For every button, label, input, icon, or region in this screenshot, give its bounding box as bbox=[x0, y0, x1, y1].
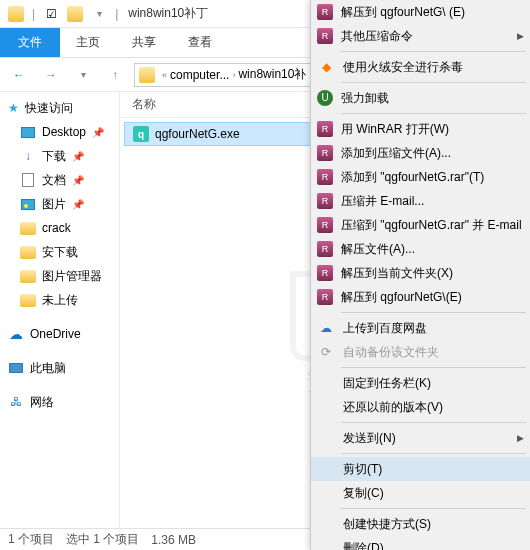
menu-shortcut[interactable]: 创建快捷方式(S) bbox=[311, 512, 530, 536]
cloud-icon bbox=[8, 326, 24, 342]
nav-notup[interactable]: 未上传 bbox=[0, 288, 119, 312]
nav-pane: ★快速访问 Desktop📌 下载📌 文档📌 图片📌 crack 安下载 图片管… bbox=[0, 92, 120, 528]
nav-label: 此电脑 bbox=[30, 360, 66, 377]
baidu-icon: ☁ bbox=[317, 319, 335, 337]
nav-pictures[interactable]: 图片📌 bbox=[0, 192, 119, 216]
menu-force-uninstall[interactable]: U强力卸载 bbox=[311, 86, 530, 110]
status-size: 1.36 MB bbox=[151, 533, 196, 547]
folder-icon bbox=[20, 270, 36, 283]
blank-icon bbox=[317, 460, 335, 478]
menu-separator bbox=[341, 312, 526, 313]
winrar-icon: R bbox=[317, 28, 333, 44]
nav-label: 下载 bbox=[42, 148, 66, 165]
nav-label: 未上传 bbox=[42, 292, 78, 309]
nav-documents[interactable]: 文档📌 bbox=[0, 168, 119, 192]
nav-label: 图片管理器 bbox=[42, 268, 102, 285]
desktop-icon bbox=[21, 127, 35, 138]
nav-crack[interactable]: crack bbox=[0, 216, 119, 240]
menu-separator bbox=[341, 82, 526, 83]
nav-network[interactable]: 网络 bbox=[0, 390, 119, 414]
tab-share[interactable]: 共享 bbox=[116, 28, 172, 57]
menu-extract-to[interactable]: R解压到 qgfourNetG\(E) bbox=[311, 285, 530, 309]
nav-label: 安下载 bbox=[42, 244, 78, 261]
winrar-icon: R bbox=[317, 4, 333, 20]
file-name: qgfourNetG.exe bbox=[155, 127, 240, 141]
blank-icon bbox=[317, 429, 335, 447]
history-dropdown-icon[interactable]: ▾ bbox=[70, 62, 96, 88]
qat-dropdown-icon[interactable]: ▾ bbox=[88, 3, 110, 25]
menu-label: 还原以前的版本(V) bbox=[343, 399, 443, 416]
up-button[interactable]: ↑ bbox=[102, 62, 128, 88]
pin-icon: 📌 bbox=[72, 151, 84, 162]
menu-add-to-rar[interactable]: R添加到 "qgfourNetG.rar"(T) bbox=[311, 165, 530, 189]
uninstall-icon: U bbox=[317, 90, 333, 106]
menu-label: 剪切(T) bbox=[343, 461, 382, 478]
menu-extract-files[interactable]: R解压文件(A)... bbox=[311, 237, 530, 261]
menu-label: 压缩并 E-mail... bbox=[341, 193, 424, 210]
address-folder-icon bbox=[139, 67, 155, 83]
nav-onedrive[interactable]: OneDrive bbox=[0, 322, 119, 346]
menu-separator bbox=[341, 51, 526, 52]
pc-icon bbox=[9, 363, 23, 373]
winrar-icon: R bbox=[317, 169, 333, 185]
forward-button[interactable]: → bbox=[38, 62, 64, 88]
menu-label: 解压到当前文件夹(X) bbox=[341, 265, 453, 282]
menu-extract-to-e[interactable]: R解压到 qgfourNetG\ (E) bbox=[311, 0, 530, 24]
menu-delete[interactable]: 删除(D) bbox=[311, 536, 530, 550]
context-menu: R解压到 qgfourNetG\ (E) R其他压缩命令▶ ◆使用火绒安全进行杀… bbox=[310, 0, 530, 550]
qat-properties-icon[interactable]: ☑ bbox=[40, 3, 62, 25]
qat-newfolder-icon[interactable] bbox=[64, 3, 86, 25]
pin-icon: 📌 bbox=[72, 175, 84, 186]
pin-icon: 📌 bbox=[92, 127, 104, 138]
blank-icon bbox=[317, 515, 335, 533]
menu-upload-baidu[interactable]: ☁上传到百度网盘 bbox=[311, 316, 530, 340]
menu-label: 使用火绒安全进行杀毒 bbox=[343, 59, 463, 76]
nav-quick-access[interactable]: ★快速访问 bbox=[0, 96, 119, 120]
nav-desktop[interactable]: Desktop📌 bbox=[0, 120, 119, 144]
back-button[interactable]: ← bbox=[6, 62, 32, 88]
crumb-root[interactable]: « bbox=[159, 70, 170, 80]
menu-label: 发送到(N) bbox=[343, 430, 396, 447]
menu-separator bbox=[341, 508, 526, 509]
tab-view[interactable]: 查看 bbox=[172, 28, 228, 57]
menu-label: 用 WinRAR 打开(W) bbox=[341, 121, 449, 138]
menu-label: 复制(C) bbox=[343, 485, 384, 502]
blank-icon bbox=[317, 539, 335, 550]
nav-downloads[interactable]: 下载📌 bbox=[0, 144, 119, 168]
menu-restore-prev[interactable]: 还原以前的版本(V) bbox=[311, 395, 530, 419]
pin-icon: 📌 bbox=[72, 199, 84, 210]
crumb-seg2[interactable]: win8win10补 bbox=[238, 66, 306, 83]
nav-thispc[interactable]: 此电脑 bbox=[0, 356, 119, 380]
menu-auto-backup: ⟳自动备份该文件夹 bbox=[311, 340, 530, 364]
nav-label: 网络 bbox=[30, 394, 54, 411]
menu-open-winrar[interactable]: R用 WinRAR 打开(W) bbox=[311, 117, 530, 141]
nav-anxiazai[interactable]: 安下载 bbox=[0, 240, 119, 264]
nav-picmgr[interactable]: 图片管理器 bbox=[0, 264, 119, 288]
menu-add-archive[interactable]: R添加到压缩文件(A)... bbox=[311, 141, 530, 165]
menu-other-compress[interactable]: R其他压缩命令▶ bbox=[311, 24, 530, 48]
menu-label: 其他压缩命令 bbox=[341, 28, 413, 45]
blank-icon bbox=[317, 374, 335, 392]
nav-label: 文档 bbox=[42, 172, 66, 189]
crumb-seg1[interactable]: computer... bbox=[170, 68, 229, 82]
menu-label: 强力卸载 bbox=[341, 90, 389, 107]
pictures-icon bbox=[21, 199, 35, 210]
menu-pin-taskbar[interactable]: 固定到任务栏(K) bbox=[311, 371, 530, 395]
winrar-icon: R bbox=[317, 217, 333, 233]
huorong-icon: ◆ bbox=[317, 58, 335, 76]
menu-compress-to-email[interactable]: R压缩到 "qgfourNetG.rar" 并 E-mail bbox=[311, 213, 530, 237]
winrar-icon: R bbox=[317, 121, 333, 137]
title-separator: | bbox=[115, 7, 118, 21]
menu-label: 解压到 qgfourNetG\(E) bbox=[341, 289, 462, 306]
exe-icon: q bbox=[133, 126, 149, 142]
menu-cut[interactable]: 剪切(T) bbox=[311, 457, 530, 481]
menu-compress-email[interactable]: R压缩并 E-mail... bbox=[311, 189, 530, 213]
tab-file[interactable]: 文件 bbox=[0, 28, 60, 57]
winrar-icon: R bbox=[317, 145, 333, 161]
menu-huorong-scan[interactable]: ◆使用火绒安全进行杀毒 bbox=[311, 55, 530, 79]
menu-extract-here[interactable]: R解压到当前文件夹(X) bbox=[311, 261, 530, 285]
menu-send-to[interactable]: 发送到(N)▶ bbox=[311, 426, 530, 450]
qat-separator: | bbox=[32, 7, 35, 21]
menu-copy[interactable]: 复制(C) bbox=[311, 481, 530, 505]
tab-home[interactable]: 主页 bbox=[60, 28, 116, 57]
